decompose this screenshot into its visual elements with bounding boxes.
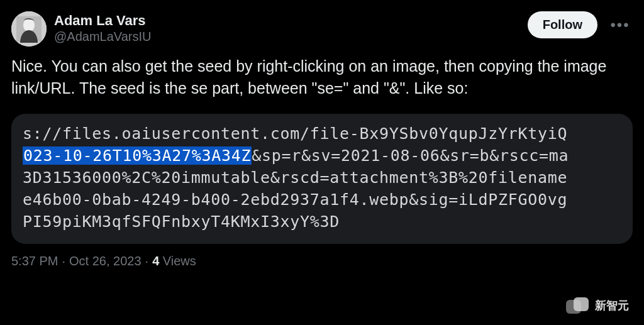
wechat-icon [566,297,591,314]
url-line-3: 3D31536000%2C%20immutable&rscd=attachmen… [23,167,621,189]
views-count: 4 [152,254,159,268]
header-actions: Follow ••• [528,11,633,38]
svg-point-2 [23,18,35,32]
watermark: 新智元 [566,297,629,314]
meta-sep: · [62,254,65,268]
user-block[interactable]: Adam La Vars @AdamLaVarsIU [11,11,151,47]
url-code-block[interactable]: s://files.oaiusercontent.com/file-Bx9YSb… [11,114,633,244]
url-line-2: 023-10-26T10%3A27%3A34Z&sp=r&sv=2021-08-… [23,145,621,167]
url-highlight: 023-10-26T10%3A27%3A34Z [23,146,252,165]
views-block[interactable]: 4 Views [152,254,196,268]
tweet-text: Nice. You can also get the seed by right… [11,55,633,99]
tweet-date[interactable]: Oct 26, 2023 [69,254,142,268]
tweet-meta: 5:37 PM · Oct 26, 2023 · 4 Views [11,254,633,268]
watermark-text: 新智元 [595,298,629,313]
url-line-2-rest: &sp=r&sv=2021-08-06&sr=b&rscc=ma [252,146,569,165]
url-line-4: e46b00-0bab-4249-b400-2ebd2937a1f4.webp&… [23,189,621,211]
tweet-header: Adam La Vars @AdamLaVarsIU Follow ••• [11,11,633,47]
more-button[interactable]: ••• [608,13,633,38]
meta-sep-2: · [145,254,149,268]
url-line-5: PI59piKM3qfSFQFnbxyT4KMxI3xyY%3D [23,211,621,233]
tweet-time[interactable]: 5:37 PM [11,254,58,268]
more-icon: ••• [610,16,630,34]
avatar[interactable] [11,11,47,47]
user-names: Adam La Vars @AdamLaVarsIU [54,11,151,47]
user-handle[interactable]: @AdamLaVarsIU [54,29,151,45]
url-line-1: s://files.oaiusercontent.com/file-Bx9YSb… [23,123,621,145]
display-name[interactable]: Adam La Vars [54,13,151,29]
views-label: Views [163,254,196,268]
follow-button[interactable]: Follow [528,11,597,38]
